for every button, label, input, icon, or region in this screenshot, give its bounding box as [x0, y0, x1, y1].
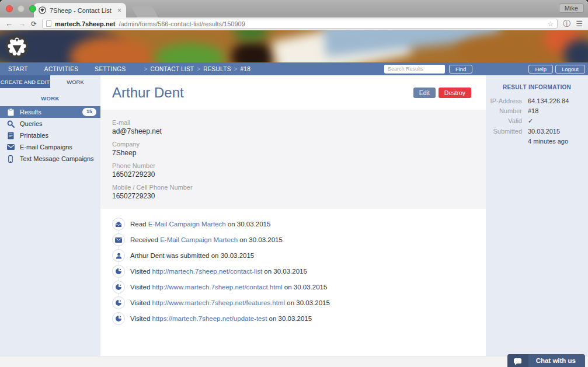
logout-button[interactable]: Logout	[555, 65, 585, 74]
envelope-icon	[112, 233, 125, 246]
sidebar-item-results[interactable]: Results 15	[0, 106, 100, 118]
app-navbar: START ACTIVITIES SETTINGS > CONTACT LIST…	[0, 62, 588, 75]
sidebar-item-label: Results	[20, 109, 41, 116]
activity-item-submitted: Arthur Dent was submitted on 30.03.2015	[112, 249, 474, 262]
tab-create-and-edit[interactable]: CREATE AND EDIT	[0, 75, 50, 88]
field-value-mobile: 16502729230	[112, 192, 474, 200]
field-label: Mobile / Cell Phone Number	[112, 184, 474, 191]
document-icon	[6, 132, 15, 139]
field-value-phone: 16502729230	[112, 170, 474, 179]
page-icon	[46, 20, 51, 27]
breadcrumb-results[interactable]: RESULTS	[203, 66, 231, 72]
sidebar-item-label: Queries	[20, 120, 43, 127]
forward-icon[interactable]: →	[18, 20, 26, 27]
edit-button[interactable]: Edit	[413, 88, 436, 98]
find-button[interactable]: Find	[449, 65, 472, 74]
activity-item-received: Received E-Mail Campaign Martech on 30.0…	[112, 233, 474, 246]
field-value-company: 7Sheep	[112, 149, 474, 157]
result-info-title: RESULT INFORMATION	[486, 84, 588, 90]
sidebar-item-label: E-mail Campaigns	[20, 144, 72, 151]
globe-icon	[112, 265, 125, 278]
activity-item-visited: Visited http://www.martech.7sheep.net/co…	[112, 281, 474, 293]
sidebar-section-title: WORK	[0, 93, 100, 103]
visited-url-link[interactable]: http://www.martech.7sheep.net/contact.ht…	[152, 284, 283, 291]
url-path: /admin/forms/566-contact-list/results/15…	[119, 20, 245, 27]
url-domain: martech.7sheep.net	[55, 20, 115, 27]
info-label: Number	[486, 107, 522, 114]
activity-item-visited: Visited http://martech.7sheep.net/contac…	[112, 265, 474, 278]
sidebar: CREATE AND EDIT WORK WORK Results 15 Que…	[0, 75, 100, 356]
browser-toolbar: ← → ⟳ martech.7sheep.net /admin/forms/56…	[0, 18, 588, 30]
envelope-icon	[6, 144, 15, 150]
search-icon	[6, 120, 15, 128]
ip-address-value: 64.134.226.84	[528, 97, 569, 104]
valid-check-value: ✓	[528, 117, 533, 125]
submitted-relative-value: 4 minutes ago	[528, 138, 568, 145]
window-controls	[6, 5, 36, 12]
visited-url-link[interactable]: https://martech.7sheep.net/update-test	[152, 315, 267, 322]
field-label: E-mail	[112, 119, 474, 126]
clipboard-icon	[6, 109, 15, 116]
globe-icon	[112, 312, 125, 325]
contact-fields: E-mail ad@7sheep.net Company 7Sheep Phon…	[100, 110, 486, 209]
info-label: Valid	[486, 117, 522, 125]
phone-icon	[6, 155, 15, 163]
page-title: Arthur Dent	[112, 85, 184, 101]
sidebar-item-queries[interactable]: Queries	[0, 118, 100, 130]
chat-with-us-button[interactable]: Chat with us	[507, 354, 585, 367]
tab-close-icon[interactable]: ×	[117, 6, 121, 15]
new-tab-button[interactable]	[131, 6, 158, 18]
zoom-window-button[interactable]	[29, 5, 36, 12]
nav-item-start[interactable]: START	[0, 66, 36, 72]
reload-icon[interactable]: ⟳	[31, 20, 37, 28]
minimize-window-button[interactable]	[18, 5, 25, 12]
field-label: Company	[112, 141, 474, 148]
globe-icon	[112, 296, 125, 309]
sidebar-item-printables[interactable]: Printables	[0, 130, 100, 141]
campaign-link[interactable]: E-Mail Campaign Martech	[160, 236, 238, 243]
nav-item-activities[interactable]: ACTIVITIES	[36, 66, 86, 72]
submitted-date-value: 30.03.2015	[528, 128, 560, 135]
results-count-badge: 15	[82, 108, 96, 116]
help-button[interactable]: Help	[528, 65, 553, 74]
sheep-logo[interactable]	[5, 34, 29, 59]
sidebar-item-label: Text Message Campaigns	[20, 155, 94, 162]
field-label: Phone Number	[112, 162, 474, 169]
close-window-button[interactable]	[6, 5, 13, 12]
breadcrumb: > CONTACT LIST > RESULTS > #18	[141, 66, 251, 72]
result-information-panel: RESULT INFORMATION IP-Address64.134.226.…	[486, 75, 588, 356]
field-value-email: ad@7sheep.net	[112, 127, 474, 135]
tab-work[interactable]: WORK	[50, 75, 100, 88]
sidebar-item-email-campaigns[interactable]: E-mail Campaigns	[0, 141, 100, 153]
main-content: Arthur Dent Edit Destroy E-mail ad@7shee…	[100, 75, 486, 356]
tab-title: 7Sheep - Contact List	[50, 7, 114, 14]
address-bar[interactable]: martech.7sheep.net /admin/forms/566-cont…	[42, 19, 558, 29]
info-label: Submitted	[486, 128, 522, 135]
sidebar-item-label: Printables	[20, 132, 48, 139]
extension-info-icon[interactable]: ⓘ	[563, 19, 570, 29]
search-input[interactable]	[384, 65, 445, 74]
header-photo	[0, 30, 588, 62]
chat-bubble-icon	[507, 354, 528, 367]
campaign-link[interactable]: E-Mail Campaign Martech	[148, 221, 226, 228]
info-label	[486, 138, 522, 145]
envelope-open-icon	[112, 218, 125, 230]
globe-icon	[112, 281, 125, 293]
browser-profile-name[interactable]: Mike	[559, 4, 584, 13]
breadcrumb-contact-list[interactable]: CONTACT LIST	[150, 66, 194, 72]
visited-url-link[interactable]: http://martech.7sheep.net/contact-list	[152, 268, 263, 275]
browser-window: 7Sheep - Contact List × Mike ← → ⟳ marte…	[0, 0, 588, 367]
browser-menu-icon[interactable]: ☰	[576, 19, 583, 28]
browser-tab[interactable]: 7Sheep - Contact List ×	[34, 3, 126, 18]
page-footer	[0, 356, 588, 367]
destroy-button[interactable]: Destroy	[439, 88, 471, 98]
activity-item-visited: Visited https://martech.7sheep.net/updat…	[112, 312, 474, 325]
nav-item-settings[interactable]: SETTINGS	[86, 66, 134, 72]
sidebar-item-text-message-campaigns[interactable]: Text Message Campaigns	[0, 153, 100, 165]
activity-item-read: Read E-Mail Campaign Martech on 30.03.20…	[112, 218, 474, 230]
back-icon[interactable]: ←	[5, 20, 13, 27]
activity-timeline: Read E-Mail Campaign Martech on 30.03.20…	[100, 209, 486, 325]
bookmark-star-icon[interactable]: ☆	[548, 20, 554, 28]
visited-url-link[interactable]: http://www.martech.7sheep.net/features.h…	[152, 299, 286, 306]
breadcrumb-result-number: #18	[240, 66, 250, 72]
